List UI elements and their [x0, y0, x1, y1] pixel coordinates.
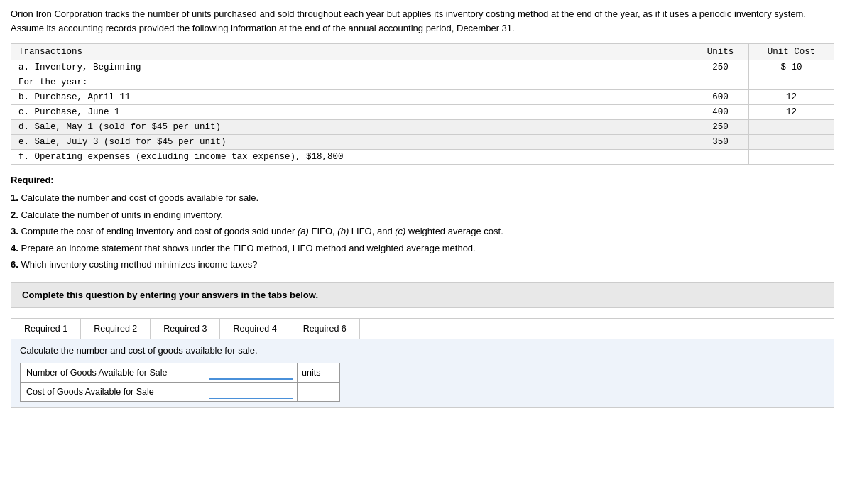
table-row: c. Purchase, June 1 400 12 [11, 105, 834, 120]
tabs-row: Required 1Required 2Required 3Required 4… [11, 319, 834, 339]
answer-unit: units [298, 363, 340, 382]
col-header-transactions: Transactions [11, 44, 692, 60]
complete-box: Complete this question by entering your … [11, 282, 834, 308]
table-row: For the year: [11, 75, 834, 90]
transaction-label: e. Sale, July 3 (sold for $45 per unit) [11, 135, 692, 150]
table-row: d. Sale, May 1 (sold for $45 per unit) 2… [11, 120, 834, 135]
tab-instruction: Calculate the number and cost of goods a… [20, 345, 825, 356]
required-header: Required: [11, 175, 834, 185]
numbered-list: 1. Calculate the number and cost of good… [11, 191, 834, 272]
answer-row: Number of Goods Available for Sale units [21, 363, 340, 382]
col-header-unit-cost: Unit Cost [749, 44, 834, 60]
transaction-units: 250 [692, 120, 749, 135]
answer-table: Number of Goods Available for Sale units… [20, 363, 340, 402]
tab-required-3[interactable]: Required 3 [151, 319, 220, 339]
tabs-container: Required 1Required 2Required 3Required 4… [11, 318, 834, 408]
transaction-cost [749, 120, 834, 135]
transaction-cost: 12 [749, 105, 834, 120]
answer-input[interactable] [209, 366, 293, 380]
intro-text: Orion Iron Corporation tracks the number… [11, 9, 806, 33]
transaction-units: 350 [692, 135, 749, 150]
table-row: b. Purchase, April 11 600 12 [11, 90, 834, 105]
transaction-units [692, 150, 749, 165]
transaction-label: a. Inventory, Beginning [11, 60, 692, 75]
answer-label: Cost of Goods Available for Sale [21, 382, 205, 401]
answer-unit [298, 382, 340, 401]
transaction-cost [749, 135, 834, 150]
answer-label: Number of Goods Available for Sale [21, 363, 205, 382]
answer-input-cell[interactable] [205, 382, 298, 401]
numbered-item-2: 2. Calculate the number of units in endi… [11, 208, 834, 222]
transaction-label: f. Operating expenses (excluding income … [11, 150, 692, 165]
numbered-item-4: 4. Prepare an income statement that show… [11, 241, 834, 256]
tab-content: Calculate the number and cost of goods a… [11, 339, 834, 407]
transaction-units [692, 75, 749, 90]
answer-input-cell[interactable] [205, 363, 298, 382]
numbered-item-1: 1. Calculate the number and cost of good… [11, 191, 834, 205]
table-row: f. Operating expenses (excluding income … [11, 150, 834, 165]
answer-input[interactable] [209, 385, 293, 399]
transaction-cost: 12 [749, 90, 834, 105]
numbered-item-6: 6. Which inventory costing method minimi… [11, 258, 834, 272]
transaction-cost: $ 10 [749, 60, 834, 75]
transaction-label: b. Purchase, April 11 [11, 90, 692, 105]
transactions-table: Transactions Units Unit Cost a. Inventor… [11, 43, 834, 165]
table-row: a. Inventory, Beginning 250 $ 10 [11, 60, 834, 75]
transaction-label: For the year: [11, 75, 692, 90]
transaction-units: 250 [692, 60, 749, 75]
col-header-units: Units [692, 44, 749, 60]
table-row: e. Sale, July 3 (sold for $45 per unit) … [11, 135, 834, 150]
transaction-label: c. Purchase, June 1 [11, 105, 692, 120]
tab-required-1[interactable]: Required 1 [11, 319, 81, 339]
complete-box-text: Complete this question by entering your … [22, 290, 318, 300]
transaction-label: d. Sale, May 1 (sold for $45 per unit) [11, 120, 692, 135]
transaction-units: 400 [692, 105, 749, 120]
transaction-units: 600 [692, 90, 749, 105]
transaction-cost [749, 150, 834, 165]
intro-paragraph: Orion Iron Corporation tracks the number… [11, 7, 834, 35]
tab-required-6[interactable]: Required 6 [290, 319, 360, 339]
tab-required-4[interactable]: Required 4 [220, 319, 290, 339]
numbered-item-3: 3. Compute the cost of ending inventory … [11, 224, 834, 239]
tab-required-2[interactable]: Required 2 [81, 319, 151, 339]
answer-row: Cost of Goods Available for Sale [21, 382, 340, 401]
transaction-cost [749, 75, 834, 90]
